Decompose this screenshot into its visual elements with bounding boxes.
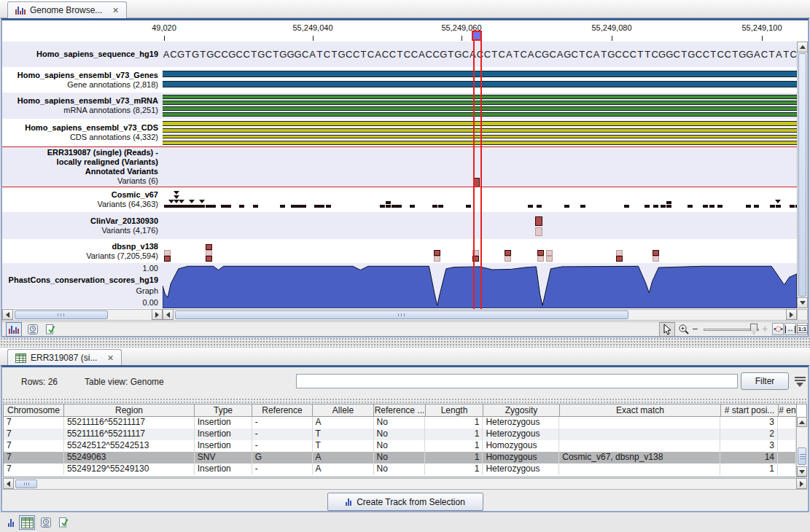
- cosmic-variant-mark[interactable]: [280, 205, 285, 208]
- table-cell[interactable]: Insertion: [195, 463, 252, 475]
- cosmic-variant-mark[interactable]: [164, 205, 169, 208]
- close-icon[interactable]: ×: [107, 354, 113, 361]
- scroll-right-icon[interactable]: [152, 309, 163, 320]
- cosmic-variant-mark[interactable]: [169, 205, 174, 208]
- table-cell[interactable]: [559, 463, 720, 475]
- scrollbar-thumb[interactable]: [175, 310, 628, 319]
- table-cell[interactable]: 14: [720, 452, 778, 463]
- dbsnp-variant-marker[interactable]: [206, 250, 212, 256]
- table-cell[interactable]: No: [374, 463, 426, 475]
- filter-button[interactable]: Filter: [741, 372, 789, 390]
- table-row[interactable]: 755211116^55211117Insertion-ANo1Heterozy…: [4, 417, 796, 429]
- table-cell[interactable]: 1: [425, 440, 483, 452]
- table-cell[interactable]: SNV: [195, 452, 252, 463]
- zoom-to-selection-button[interactable]: [772, 323, 784, 335]
- cosmic-variant-mark[interactable]: [392, 205, 397, 208]
- table-cell[interactable]: Heterozygous: [483, 463, 559, 475]
- pan-select-tool-button[interactable]: [659, 322, 675, 337]
- cosmic-variant-mark[interactable]: [717, 205, 723, 208]
- scrollbar-thumb[interactable]: [15, 310, 108, 319]
- cosmic-variant-mark[interactable]: [314, 205, 319, 208]
- table-cell[interactable]: 55249063: [64, 452, 195, 463]
- zoom-in-tool-button[interactable]: [676, 322, 692, 337]
- table-cell[interactable]: T: [313, 440, 374, 452]
- tab-variant-table[interactable]: ERR319087 (si... ×: [7, 349, 122, 366]
- element-info-button[interactable]: [42, 322, 58, 337]
- table-search-input[interactable]: [296, 374, 738, 388]
- close-icon[interactable]: ×: [112, 7, 118, 14]
- cosmic-variant-triangle[interactable]: [199, 200, 205, 203]
- table-cell[interactable]: 1: [720, 463, 778, 475]
- table-cell[interactable]: No: [374, 429, 426, 440]
- table-cell[interactable]: 7: [4, 452, 64, 463]
- column-header-chromosome[interactable]: Chromosome: [4, 404, 64, 417]
- table-cell[interactable]: 7: [4, 440, 64, 452]
- column-header-length[interactable]: Length: [426, 404, 483, 417]
- table-cell[interactable]: 2: [720, 429, 778, 440]
- history-view-button[interactable]: [25, 322, 41, 337]
- table-cell[interactable]: 1: [425, 417, 483, 429]
- cosmic-variant-triangle[interactable]: [174, 200, 179, 203]
- table-cell[interactable]: [559, 429, 720, 440]
- create-track-button[interactable]: Create Track from Selection: [327, 493, 483, 511]
- tab-genome-browser[interactable]: Genome Browse... ×: [7, 1, 127, 18]
- cosmic-variant-mark[interactable]: [580, 205, 585, 208]
- labels-horizontal-scrollbar[interactable]: [2, 309, 163, 321]
- table-cell[interactable]: Insertion: [195, 417, 252, 429]
- scroll-left-icon[interactable]: [2, 309, 13, 320]
- column-header-zygosity[interactable]: Zygosity: [483, 404, 560, 417]
- cosmic-variant-mark[interactable]: [776, 205, 781, 208]
- table-row[interactable]: 755249129^55249130Insertion-ANo1Heterozy…: [4, 463, 796, 475]
- cosmic-variant-mark[interactable]: [296, 205, 301, 208]
- track-view-button[interactable]: [3, 515, 19, 530]
- table-cell[interactable]: -: [252, 440, 313, 452]
- table-cell[interactable]: [559, 417, 720, 429]
- cosmic-variant-mark[interactable]: [438, 205, 443, 208]
- tracks-vertical-scrollbar[interactable]: [797, 42, 808, 308]
- advanced-filter-button[interactable]: [794, 375, 807, 387]
- cosmic-variant-triangle[interactable]: [179, 200, 184, 203]
- dbsnp-variant-marker[interactable]: [537, 250, 544, 256]
- cosmic-variant-mark[interactable]: [226, 205, 231, 208]
- cosmic-variant-mark[interactable]: [466, 205, 471, 208]
- cosmic-variant-mark[interactable]: [174, 205, 179, 208]
- table-cell[interactable]: [778, 417, 796, 429]
- zoom-slider-thumb[interactable]: [750, 324, 758, 335]
- element-info-button[interactable]: [55, 515, 71, 530]
- cosmic-variant-mark[interactable]: [432, 205, 437, 208]
- table-row[interactable]: 755242512^55242513Insertion-TNo1Homozygo…: [4, 440, 796, 452]
- column-header-exact-match[interactable]: Exact match: [560, 404, 721, 417]
- cosmic-variant-mark[interactable]: [790, 205, 795, 208]
- table-cell[interactable]: Heterozygous: [483, 429, 559, 440]
- table-cell[interactable]: T: [313, 429, 374, 440]
- cosmic-variant-mark[interactable]: [537, 205, 542, 208]
- table-cell[interactable]: -: [252, 463, 313, 475]
- dbsnp-variant-marker[interactable]: [616, 256, 623, 262]
- cosmic-variant-mark[interactable]: [221, 205, 226, 208]
- scrollbar-thumb[interactable]: [15, 480, 37, 488]
- cosmic-variant-mark[interactable]: [528, 205, 533, 208]
- zoom-out-icon[interactable]: −: [692, 323, 698, 335]
- dbsnp-variant-marker[interactable]: [546, 256, 553, 262]
- scroll-left-icon[interactable]: [3, 478, 14, 489]
- zoom-100-button[interactable]: 1:1: [797, 323, 808, 335]
- dbsnp-variant-marker[interactable]: [537, 256, 544, 262]
- cosmic-variant-mark[interactable]: [666, 201, 671, 204]
- table-view-button[interactable]: [19, 515, 35, 530]
- cosmic-variant-mark[interactable]: [301, 205, 306, 208]
- scroll-down-icon[interactable]: [797, 466, 807, 477]
- table-splitter[interactable]: [2, 398, 808, 404]
- table-horizontal-scrollbar[interactable]: [3, 478, 807, 490]
- table-row[interactable]: 755211116^55211117Insertion-TNo1Heterozy…: [4, 429, 796, 440]
- cosmic-variant-mark[interactable]: [253, 205, 258, 208]
- table-cell[interactable]: No: [374, 440, 426, 452]
- table-cell[interactable]: 55249129^55249130: [64, 463, 195, 475]
- cosmic-variant-mark[interactable]: [184, 205, 190, 208]
- scrollbar-thumb[interactable]: [798, 447, 806, 465]
- table-cell[interactable]: 1: [425, 429, 483, 440]
- scroll-up-icon[interactable]: [797, 42, 808, 52]
- table-cell[interactable]: 7: [4, 417, 64, 429]
- table-cell[interactable]: A: [313, 463, 374, 475]
- dbsnp-variant-marker[interactable]: [206, 244, 212, 250]
- history-view-button[interactable]: [38, 515, 54, 530]
